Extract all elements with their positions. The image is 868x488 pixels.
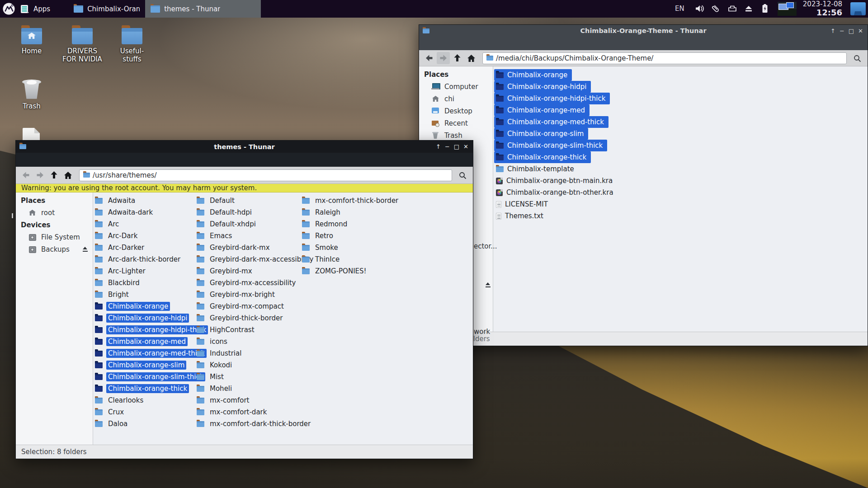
file-row[interactable]: Arc-Lighter <box>95 265 208 277</box>
search-button[interactable] <box>456 169 469 181</box>
file-row[interactable]: Arc-dark-thick-border <box>95 253 208 265</box>
eject-tray-icon[interactable] <box>743 3 754 14</box>
volume-icon[interactable] <box>694 3 705 14</box>
sidebar-place-item[interactable]: Desktop <box>419 105 493 117</box>
back-window-chimbalix-orange-theme[interactable]: Chimbalix-Orange-Theme - Thunar ↑ − □ ✕ … <box>419 24 868 346</box>
file-row[interactable]: Chimbalix-orange-btn-other.kra <box>494 187 618 198</box>
file-row[interactable]: ZOMG-PONIES! <box>302 265 400 277</box>
file-row[interactable]: Chimbalix-orange-btn-main.kra <box>494 175 617 187</box>
file-row[interactable]: Default-hdpi <box>197 206 315 218</box>
file-row[interactable]: Default <box>197 195 315 206</box>
clipboard-manager-icon[interactable] <box>711 3 722 14</box>
file-row[interactable]: mx-comfort-dark <box>197 406 315 418</box>
file-row[interactable]: Chimbalix-orange-med <box>494 104 590 116</box>
file-row[interactable]: Chimbalix-orange-slim-thick <box>95 371 208 383</box>
file-row[interactable]: Chimbalix-orange-thick <box>95 383 208 394</box>
taskbar-button-themes[interactable]: themes - Thunar <box>145 0 261 18</box>
file-row[interactable]: Chimbalix-orange-hidpi <box>494 81 591 93</box>
sidebar-place-item[interactable]: Computer <box>419 80 493 93</box>
back-button[interactable] <box>423 52 436 64</box>
clock-widget[interactable]: 2023-12-08 12:56 <box>803 0 842 17</box>
file-row[interactable]: ThinIce <box>302 253 400 265</box>
front-window-themes[interactable]: themes - Thunar ↑ − □ ✕ /usr/share/theme… <box>15 140 473 459</box>
file-row[interactable]: Clearlooks <box>95 394 208 406</box>
file-row[interactable]: HighContrast <box>197 324 315 336</box>
taskbar-button-chimbalix[interactable]: Chimbalix-Orange-T... <box>68 0 145 18</box>
file-row[interactable]: mx-comfort <box>197 394 315 406</box>
file-row[interactable]: Chimbalix-orange-slim <box>95 359 208 371</box>
file-row[interactable]: Blackbird <box>95 277 208 289</box>
file-row[interactable]: Chimbalix-orange-hidpi-thick <box>494 93 610 104</box>
file-row[interactable]: Chimbalix-orange-slim <box>494 128 588 140</box>
forward-button[interactable] <box>437 52 450 64</box>
file-row[interactable]: Chimbalix-orange-hidpi <box>95 312 208 324</box>
shade-button[interactable]: ↑ <box>830 28 835 34</box>
file-row[interactable]: Greybird-thick-border <box>197 312 315 324</box>
forward-button[interactable] <box>33 169 47 181</box>
front-window-titlebar[interactable]: themes - Thunar ↑ − □ ✕ <box>16 141 473 153</box>
file-row[interactable]: Redmond <box>302 218 400 230</box>
file-row[interactable]: Chimbalix-template <box>494 163 579 175</box>
sidebar-place-item[interactable]: Recent <box>419 117 493 129</box>
desktop-icon-drivers[interactable]: DRIVERS FOR NVIDIA <box>61 28 103 63</box>
file-row[interactable]: Greybird-dark-mx-accessibility <box>197 253 315 265</box>
file-row[interactable]: icons <box>197 336 315 347</box>
back-button[interactable] <box>19 169 33 181</box>
clipped-device-label[interactable]: ector... <box>474 242 497 250</box>
home-button[interactable] <box>61 169 75 181</box>
file-row[interactable]: Greybird-mx <box>197 265 315 277</box>
location-bar[interactable]: /usr/share/themes/ <box>79 169 452 181</box>
up-button[interactable] <box>47 169 61 181</box>
file-row[interactable]: Chimbalix-orange <box>95 300 208 312</box>
sidebar-device-item[interactable]: Backups <box>16 243 93 255</box>
location-bar[interactable]: /media/chi/Backups/Chimbalix-Orange-Them… <box>482 52 847 64</box>
file-row[interactable]: Adwaita <box>95 195 208 206</box>
file-row[interactable]: Greybird-dark-mx <box>197 242 315 253</box>
file-row[interactable]: Default-xhdpi <box>197 218 315 230</box>
file-row[interactable]: Crux <box>95 406 208 418</box>
file-row[interactable]: Chimbalix-orange-med-thick <box>494 116 609 128</box>
file-row[interactable]: Retro <box>302 230 400 242</box>
distro-logo-icon[interactable] <box>2 2 15 15</box>
minimize-button[interactable]: − <box>445 144 450 150</box>
shade-button[interactable]: ↑ <box>436 144 441 150</box>
maximize-button[interactable]: □ <box>454 144 459 150</box>
file-row[interactable]: Smoke <box>302 242 400 253</box>
sidebar-place-item[interactable]: root <box>16 206 93 219</box>
file-row[interactable]: Kokodi <box>197 359 315 371</box>
eject-icon[interactable] <box>82 247 88 252</box>
file-row[interactable]: Moheli <box>197 383 315 394</box>
desktop-icon-useful-stuffs[interactable]: Useful-stuffs <box>111 28 153 63</box>
file-row[interactable]: Daloa <box>95 418 208 430</box>
up-button[interactable] <box>451 52 464 64</box>
back-window-filelist[interactable]: Chimbalix-orange Chimbalix-orange-hidpi … <box>493 66 868 332</box>
file-row[interactable]: Raleigh <box>302 206 400 218</box>
file-row[interactable]: Mist <box>197 371 315 383</box>
minimize-button[interactable]: − <box>840 28 844 34</box>
close-button[interactable]: ✕ <box>463 144 468 150</box>
file-row[interactable]: Greybird-mx-accessibility <box>197 277 315 289</box>
sidebar-device-item[interactable]: File System <box>16 231 93 243</box>
home-button[interactable] <box>465 52 478 64</box>
file-row[interactable]: Themes.txt <box>494 210 548 222</box>
file-row[interactable]: LICENSE-MIT <box>494 198 552 210</box>
show-desktop-button[interactable] <box>850 2 866 15</box>
sidebar-place-item[interactable]: Trash <box>419 129 493 141</box>
network-icon[interactable] <box>727 3 738 14</box>
file-row[interactable]: Arc <box>95 218 208 230</box>
file-row[interactable]: Industrial <box>197 347 315 359</box>
file-row[interactable]: Chimbalix-orange-slim-thick <box>494 140 607 151</box>
file-row[interactable]: Chimbalix-orange <box>494 69 572 81</box>
file-row[interactable]: Greybird-mx-bright <box>197 289 315 300</box>
clipped-network-label[interactable]: work <box>474 328 490 336</box>
file-row[interactable]: mx-comfort-dark-thick-border <box>197 418 315 430</box>
file-row[interactable]: Chimbalix-orange-hidpi-thick <box>95 324 208 336</box>
sidebar-place-item[interactable]: chi <box>419 93 493 105</box>
file-row[interactable]: Emacs <box>197 230 315 242</box>
power-battery-icon[interactable] <box>760 3 770 14</box>
file-row[interactable]: mx-comfort-thick-border <box>302 195 400 206</box>
workspace-pager[interactable] <box>778 2 797 16</box>
apps-menu-button[interactable]: Apps <box>18 0 56 18</box>
file-row[interactable]: Chimbalix-orange-thick <box>494 151 591 163</box>
file-row[interactable]: Chimbalix-orange-med-thick <box>95 347 208 359</box>
